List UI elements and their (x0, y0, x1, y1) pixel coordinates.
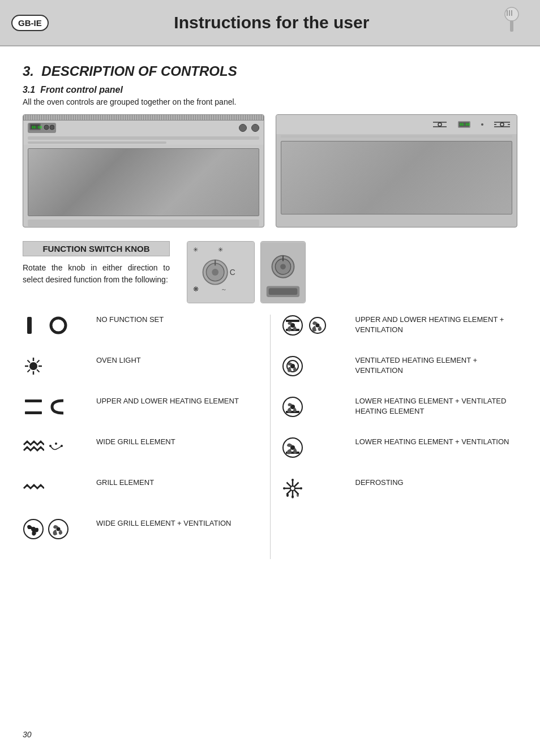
svg-rect-1 (510, 20, 513, 32)
label-upper-lower-vent: UPPER AND LOWER HEATING ELEMENT + VENTIL… (355, 315, 518, 335)
function-section: FUNCTION SWITCH KNOB Rotate the knob in … (23, 241, 517, 303)
label-defrost: DEFROSTING (355, 478, 518, 488)
icon-row-lower-vent: LOWER HEATING ELEMENT + VENTILATION (282, 437, 518, 465)
svg-text:❋: ❋ (193, 285, 199, 293)
svg-point-78 (292, 479, 294, 481)
oven-knob-right[interactable] (251, 124, 259, 132)
page-footer: 30 (23, 730, 32, 739)
svg-text:88:88: 88:88 (460, 122, 470, 126)
label-oven-light: OVEN LIGHT (96, 355, 259, 366)
svg-line-46 (28, 360, 31, 363)
svg-text:88:88: 88:88 (32, 125, 42, 129)
section-title: 3. DESCRIPTION OF CONTROLS (23, 63, 517, 79)
region-badge: GB-IE (11, 15, 49, 31)
svg-text:～: ～ (221, 286, 227, 293)
icons-left-col: NO FUNCTION SET (23, 315, 270, 559)
svg-point-84 (292, 495, 294, 499)
svg-rect-38 (269, 288, 298, 295)
svg-text:C: C (230, 268, 235, 277)
icon-cell-lower-vent (282, 437, 355, 458)
icon-row-oven-light: OVEN LIGHT (23, 355, 259, 384)
chef-icon (495, 6, 529, 40)
svg-point-53 (55, 443, 57, 445)
icon-row-lower-vent-heat: LOWER HEATING ELEMENT + VENTILATED HEATI… (282, 396, 518, 424)
icons-grid: NO FUNCTION SET (23, 315, 517, 559)
svg-point-81 (300, 487, 302, 489)
icon-cell-oven-light (23, 355, 96, 377)
icon-cell-no-function (23, 315, 96, 336)
icon-row-no-function: NO FUNCTION SET (23, 315, 259, 343)
icon-row-grill: GRILL ELEMENT (23, 478, 259, 506)
main-content: 3. DESCRIPTION OF CONTROLS 3.1 Front con… (0, 46, 540, 570)
function-text-block: FUNCTION SWITCH KNOB Rotate the knob in … (23, 241, 170, 303)
subsection-desc: All the oven controls are grouped togeth… (23, 97, 517, 106)
icon-cell-wide-grill (23, 437, 96, 458)
subsection-title: 3.1 Front control panel (23, 85, 517, 95)
label-vent-heat: VENTILATED HEATING ELEMENT + VENTILATION (355, 355, 518, 376)
svg-point-85 (297, 493, 299, 497)
svg-point-80 (283, 487, 285, 489)
icon-row-wide-grill: WIDE GRILL ELEMENT (23, 437, 259, 465)
page-title: Instructions for the user (49, 13, 495, 32)
function-switch-desc: Rotate the knob in either direction to s… (23, 262, 170, 286)
svg-rect-50 (25, 400, 42, 402)
icon-cell-upper-lower (23, 396, 96, 418)
svg-point-9 (50, 125, 54, 130)
oven-display: 88:88 (28, 123, 56, 133)
label-upper-lower: UPPER AND LOWER HEATING ELEMENT (96, 396, 259, 406)
svg-point-83 (286, 493, 289, 497)
svg-point-11 (438, 123, 442, 126)
oven-interior-right (281, 141, 512, 214)
svg-point-41 (29, 362, 37, 370)
knob-images: ✳ ✳ C ❋ ～ (187, 241, 517, 303)
svg-rect-60 (286, 320, 299, 322)
icon-cell-upper-lower-vent (282, 315, 355, 336)
label-no-function: NO FUNCTION SET (96, 315, 259, 325)
svg-line-49 (28, 370, 31, 372)
oven-interior (28, 148, 259, 216)
svg-point-18 (500, 123, 504, 126)
icon-cell-wide-grill-vent (23, 518, 96, 540)
svg-rect-39 (27, 317, 32, 334)
page-number: 30 (23, 730, 32, 739)
label-grill: GRILL ELEMENT (96, 478, 259, 488)
oven-knob-left[interactable] (239, 124, 247, 132)
svg-point-27 (212, 269, 218, 276)
page-header: GB-IE Instructions for the user (0, 0, 540, 46)
svg-point-35 (280, 264, 286, 269)
oven-diagrams: 88:88 (23, 114, 517, 227)
svg-point-40 (51, 318, 66, 333)
icon-row-wide-grill-vent: WIDE GRILL ELEMENT + VENTILATION (23, 518, 259, 547)
knob-panel-image: ✳ ✳ C ❋ ～ (187, 241, 255, 303)
label-lower-vent-heat: LOWER HEATING ELEMENT + VENTILATED HEATI… (355, 396, 518, 416)
svg-point-82 (290, 486, 295, 491)
svg-line-47 (37, 370, 40, 372)
icon-row-upper-lower-vent: UPPER AND LOWER HEATING ELEMENT + VENTIL… (282, 315, 518, 343)
icon-cell-lower-vent-heat (282, 396, 355, 418)
icon-cell-vent-heat (282, 355, 355, 377)
icon-row-upper-lower: UPPER AND LOWER HEATING ELEMENT (23, 396, 259, 424)
oven-diagram-right: 88:88 (276, 114, 517, 227)
icon-row-defrost: DEFROSTING (282, 478, 518, 506)
svg-point-16 (481, 123, 483, 126)
label-wide-grill: WIDE GRILL ELEMENT (96, 437, 259, 447)
icon-row-vent-heat: VENTILATED HEATING ELEMENT + VENTILATION (282, 355, 518, 384)
svg-text:✳: ✳ (193, 246, 198, 253)
icon-cell-grill (23, 478, 96, 499)
icons-right-col: UPPER AND LOWER HEATING ELEMENT + VENTIL… (270, 315, 518, 559)
oven-diagram-left: 88:88 (23, 114, 264, 227)
knob-panel-image-right (260, 241, 306, 303)
label-wide-grill-vent: WIDE GRILL ELEMENT + VENTILATION (96, 518, 259, 529)
svg-rect-51 (25, 411, 42, 414)
icon-cell-defrost (282, 478, 355, 499)
function-switch-title: FUNCTION SWITCH KNOB (23, 241, 170, 256)
label-lower-vent: LOWER HEATING ELEMENT + VENTILATION (355, 437, 518, 447)
svg-line-48 (37, 360, 40, 363)
svg-point-8 (44, 125, 49, 130)
svg-text:✳: ✳ (218, 246, 223, 253)
